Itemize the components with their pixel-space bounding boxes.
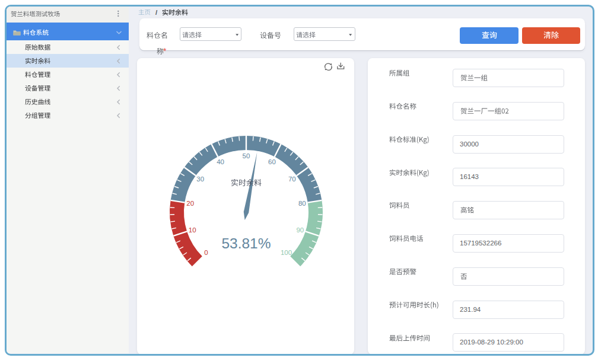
svg-text:100: 100 [281,249,292,256]
svg-text:10: 10 [189,226,196,234]
svg-text:80: 80 [298,200,306,207]
svg-text:90: 90 [296,226,304,234]
svg-text:53.81%: 53.81% [221,235,271,251]
svg-text:20: 20 [186,200,194,207]
svg-text:30: 30 [196,175,204,183]
svg-text:50: 50 [243,152,250,159]
svg-text:40: 40 [217,158,224,165]
svg-text:70: 70 [288,175,296,183]
svg-text:60: 60 [268,158,276,165]
svg-text:0: 0 [204,249,208,256]
